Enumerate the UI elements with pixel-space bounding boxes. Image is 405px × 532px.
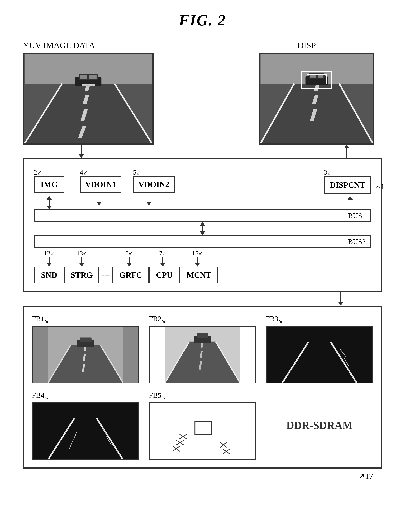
fb1-item: FB1↘ [32, 315, 139, 383]
fb5-item: FB5↘ [149, 391, 256, 460]
svg-rect-62 [165, 403, 240, 459]
fb5-label: FB5↘ [149, 391, 256, 401]
fb3-item: FB3↘ [266, 315, 373, 383]
figure-title: FIG. 2 [15, 12, 390, 29]
main-block-ref: ~1 [376, 182, 385, 191]
img-box: IMG [34, 176, 65, 193]
bus1-label: BUS1 [348, 211, 366, 220]
svg-rect-35 [80, 337, 91, 342]
ref-4: 4 [80, 169, 83, 176]
ref-5: 5 [133, 169, 136, 176]
yuv-label: YUV IMAGE DATA [23, 40, 95, 50]
vdoin1-box: VDOIN1 [80, 176, 122, 193]
fb1-label: FB1↘ [32, 315, 139, 324]
fb4-label: FB4↘ [32, 391, 139, 401]
ref-2: 2 [34, 169, 37, 176]
ref-3: 3 [324, 169, 327, 176]
svg-rect-10 [80, 75, 87, 79]
fb2-label: FB2↘ [149, 315, 256, 324]
cpu-box: CPU [149, 267, 180, 283]
ddr-sdram-label: DDR-SDRAM [286, 419, 353, 432]
fb4-item: FB4↘ [32, 391, 139, 460]
disp-image [259, 53, 374, 144]
mcnt-box: MCNT [180, 267, 218, 283]
fb3-label: FB3↘ [266, 315, 373, 324]
svg-text:ABC 123: ABC 123 [82, 84, 89, 86]
bus2-label: BUS2 [348, 237, 366, 246]
svg-rect-11 [89, 75, 96, 79]
strg-box: STRG [65, 267, 99, 283]
snd-box: SND [34, 267, 65, 283]
svg-rect-44 [197, 333, 209, 338]
vdoin2-box: VDOIN2 [133, 176, 175, 193]
section-17-ref: ↗17 [358, 471, 373, 481]
grfc-box: GRFC [113, 267, 149, 283]
svg-rect-45 [282, 327, 357, 383]
svg-rect-53 [48, 403, 123, 459]
dispcnt-box: DISPCNT [324, 176, 371, 194]
yuv-image: ABC 123 [23, 53, 154, 144]
disp-label: DISP [297, 40, 316, 50]
fb2-item: FB2↘ [149, 315, 256, 383]
